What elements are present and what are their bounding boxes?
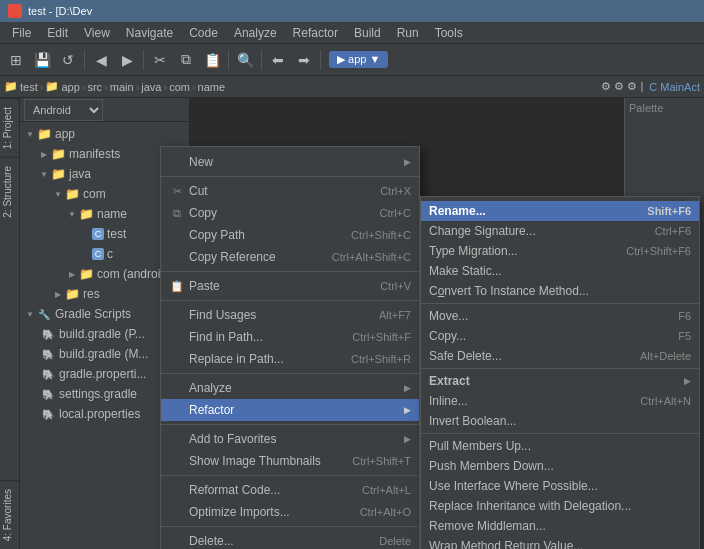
gradle-file-icon-2: 🐘 [40, 347, 56, 361]
toolbar-btn-undo[interactable]: ⬅ [266, 48, 290, 72]
paste-icon: 📋 [169, 280, 185, 293]
breadcrumb: 📁 test › 📁 app › src › main › java › com… [0, 76, 704, 98]
ctx-sep-5 [161, 424, 419, 425]
rsub-invert-boolean[interactable]: Invert Boolean... [421, 411, 699, 431]
rsub-safe-delete[interactable]: Safe Delete... Alt+Delete [421, 346, 699, 366]
rsub-inline[interactable]: Inline... Ctrl+Alt+N [421, 391, 699, 411]
arrow-name: ▼ [66, 208, 78, 220]
ctx-delete[interactable]: Delete... Delete [161, 530, 419, 549]
ctx-find-usages[interactable]: Find Usages Alt+F7 [161, 304, 419, 326]
android-panel-header: Android Project Packages [20, 98, 189, 122]
ctx-sep-4 [161, 373, 419, 374]
window-title: test - [D:\Dev [28, 5, 696, 17]
toolbar-btn-copy[interactable]: ⧉ [174, 48, 198, 72]
breadcrumb-name[interactable]: name [198, 81, 226, 93]
rsub-pull-up[interactable]: Pull Members Up... [421, 436, 699, 456]
rsub-wrap-method[interactable]: Wrap Method Return Value... [421, 536, 699, 549]
arrow-res: ▶ [52, 288, 64, 300]
menu-edit[interactable]: Edit [39, 24, 76, 42]
side-tab-structure[interactable]: 2: Structure [0, 157, 19, 226]
breadcrumb-java[interactable]: java [141, 81, 161, 93]
ctx-sep-3 [161, 300, 419, 301]
toolbar-btn-redo[interactable]: ➡ [292, 48, 316, 72]
ctx-sep-6 [161, 475, 419, 476]
menu-view[interactable]: View [76, 24, 118, 42]
app-run-badge[interactable]: ▶ app ▼ [329, 51, 388, 68]
gradle-file-icon-1: 🐘 [40, 327, 56, 341]
rsub-convert-instance[interactable]: Convert To Instance Method... [421, 281, 699, 301]
toolbar-btn-1[interactable]: ⊞ [4, 48, 28, 72]
ctx-cut[interactable]: ✂ Cut Ctrl+X [161, 180, 419, 202]
ctx-sep-2 [161, 271, 419, 272]
ctx-add-favorites[interactable]: Add to Favorites [161, 428, 419, 450]
folder-icon-name: 📁 [78, 207, 94, 221]
rsub-push-down[interactable]: Push Members Down... [421, 456, 699, 476]
ctx-copy-path[interactable]: Copy Path Ctrl+Shift+C [161, 224, 419, 246]
arrow-com: ▼ [52, 188, 64, 200]
ctx-replace-in-path[interactable]: Replace in Path... Ctrl+Shift+R [161, 348, 419, 370]
ctx-new[interactable]: New [161, 151, 419, 173]
ctx-copy-reference[interactable]: Copy Reference Ctrl+Alt+Shift+C [161, 246, 419, 268]
rsub-copy[interactable]: Copy... F5 [421, 326, 699, 346]
folder-icon-res: 📁 [64, 287, 80, 301]
folder-icon-manifests: 📁 [50, 147, 66, 161]
context-menu: New ✂ Cut Ctrl+X ⧉ Copy Ctrl+C Copy Path… [160, 146, 420, 549]
ctx-reformat[interactable]: Reformat Code... Ctrl+Alt+L [161, 479, 419, 501]
breadcrumb-test[interactable]: 📁 test [4, 80, 38, 93]
ctx-find-in-path[interactable]: Find in Path... Ctrl+Shift+F [161, 326, 419, 348]
toolbar-btn-save[interactable]: 💾 [30, 48, 54, 72]
toolbar-btn-find[interactable]: 🔍 [233, 48, 257, 72]
android-dropdown[interactable]: Android Project Packages [24, 99, 103, 121]
ctx-analyze[interactable]: Analyze [161, 377, 419, 399]
rsub-use-interface[interactable]: Use Interface Where Possible... [421, 476, 699, 496]
arrow-app: ▼ [24, 128, 36, 140]
title-bar: test - [D:\Dev [0, 0, 704, 22]
breadcrumb-mainact: C MainAct [649, 81, 700, 93]
rsub-replace-inheritance[interactable]: Replace Inheritance with Delegation... [421, 496, 699, 516]
rsub-make-static[interactable]: Make Static... [421, 261, 699, 281]
menu-code[interactable]: Code [181, 24, 226, 42]
menu-tools[interactable]: Tools [427, 24, 471, 42]
copy-icon: ⧉ [169, 207, 185, 220]
tree-item-app[interactable]: ▼ 📁 app [20, 124, 189, 144]
menu-analyze[interactable]: Analyze [226, 24, 285, 42]
menu-refactor[interactable]: Refactor [285, 24, 346, 42]
breadcrumb-com[interactable]: com [169, 81, 190, 93]
c-badge-c: C [92, 248, 104, 260]
ctx-refactor[interactable]: Refactor [161, 399, 419, 421]
cut-icon: ✂ [169, 185, 185, 198]
ctx-copy[interactable]: ⧉ Copy Ctrl+C [161, 202, 419, 224]
gradle-icon: 🔧 [36, 307, 52, 321]
arrow-com-android: ▶ [66, 268, 78, 280]
ctx-show-thumbnails[interactable]: Show Image Thumbnails Ctrl+Shift+T [161, 450, 419, 472]
breadcrumb-src[interactable]: src [87, 81, 102, 93]
side-tab-favorites[interactable]: 4: Favorites [0, 480, 19, 549]
main-area: 1: Project 2: Structure 4: Favorites And… [0, 98, 704, 549]
ctx-optimize-imports[interactable]: Optimize Imports... Ctrl+Alt+O [161, 501, 419, 523]
toolbar-btn-sync[interactable]: ↺ [56, 48, 80, 72]
rsub-type-migration[interactable]: Type Migration... Ctrl+Shift+F6 [421, 241, 699, 261]
menu-run[interactable]: Run [389, 24, 427, 42]
toolbar-btn-back[interactable]: ◀ [89, 48, 113, 72]
rsub-change-signature[interactable]: Change Signature... Ctrl+F6 [421, 221, 699, 241]
toolbar-sep-5 [320, 50, 321, 70]
side-tab-project[interactable]: 1: Project [0, 98, 19, 157]
rsub-remove-middleman[interactable]: Remove Middleman... [421, 516, 699, 536]
rsub-sep-1 [421, 303, 699, 304]
ctx-paste[interactable]: 📋 Paste Ctrl+V [161, 275, 419, 297]
toolbar-btn-cut[interactable]: ✂ [148, 48, 172, 72]
rsub-move[interactable]: Move... F6 [421, 306, 699, 326]
rsub-rename[interactable]: Rename... Shift+F6 [421, 201, 699, 221]
arrow-manifests: ▶ [38, 148, 50, 160]
toolbar-btn-forward[interactable]: ▶ [115, 48, 139, 72]
menu-build[interactable]: Build [346, 24, 389, 42]
menu-navigate[interactable]: Navigate [118, 24, 181, 42]
breadcrumb-app[interactable]: 📁 app [45, 80, 79, 93]
menu-file[interactable]: File [4, 24, 39, 42]
breadcrumb-main[interactable]: main [110, 81, 134, 93]
folder-icon-java: 📁 [50, 167, 66, 181]
toolbar-btn-paste[interactable]: 📋 [200, 48, 224, 72]
app-icon [8, 4, 22, 18]
gradle-file-icon-4: 🐘 [40, 387, 56, 401]
gradle-file-icon-5: 🐘 [40, 407, 56, 421]
